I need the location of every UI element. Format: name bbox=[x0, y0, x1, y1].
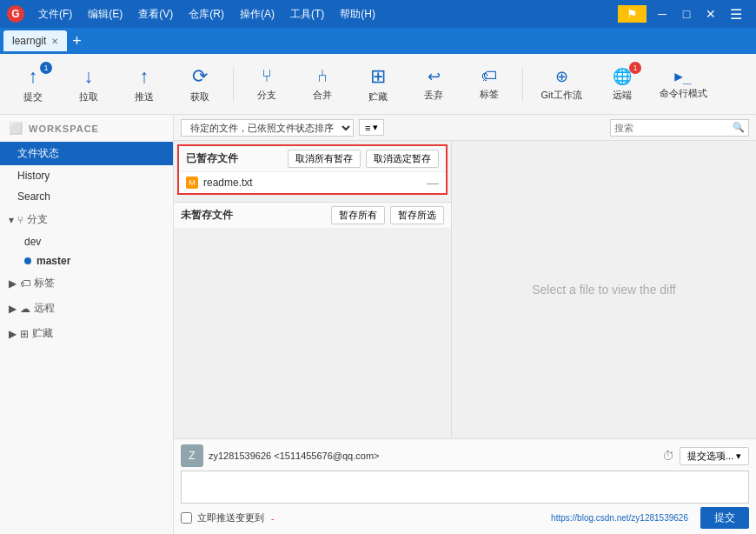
user-avatar: Z bbox=[181, 444, 203, 467]
menu-edit[interactable]: 编辑(E) bbox=[81, 5, 129, 23]
search-input[interactable] bbox=[614, 123, 733, 133]
menu-bar: 文件(F) 编辑(E) 查看(V) 仓库(R) 操作(A) 工具(T) 帮助(H… bbox=[31, 5, 382, 23]
file-remove-icon[interactable]: — bbox=[427, 176, 439, 190]
tab-learngit[interactable]: learngit ✕ bbox=[3, 30, 67, 51]
push-button[interactable]: ↑ 推送 bbox=[118, 58, 170, 110]
remote-badge: 1 bbox=[629, 62, 641, 74]
discard-icon: ↩ bbox=[428, 67, 441, 86]
merge-button[interactable]: ⑃ 合并 bbox=[296, 58, 348, 110]
branch-dev-label: dev bbox=[24, 236, 41, 248]
branch-master-label: master bbox=[36, 255, 70, 267]
commit-user-row: Z zy1281539626 <1511455676@qq.com> ⏱ 提交选… bbox=[181, 444, 749, 467]
maximize-button[interactable]: □ bbox=[674, 5, 699, 23]
push-label: 推送 bbox=[135, 90, 154, 103]
sidebar-item-history[interactable]: History bbox=[0, 165, 173, 186]
menu-action[interactable]: 操作(A) bbox=[233, 5, 282, 23]
stage-all-button[interactable]: 暂存所有 bbox=[331, 206, 385, 224]
pull-icon: ↓ bbox=[84, 65, 94, 88]
menu-tools[interactable]: 工具(T) bbox=[283, 5, 331, 23]
toolbar-sep-1 bbox=[233, 67, 234, 102]
remote-button[interactable]: 1 🌐 远端 bbox=[596, 58, 648, 110]
commit-badge: 1 bbox=[40, 62, 52, 74]
fetch-label: 获取 bbox=[190, 90, 209, 103]
sidebar-branch-dev[interactable]: dev bbox=[0, 232, 173, 251]
commit-icon: ↑ bbox=[29, 65, 38, 88]
commit-submit-button[interactable]: 提交 bbox=[700, 507, 749, 529]
sidebar-item-file-status[interactable]: 文件状态 bbox=[0, 142, 173, 165]
discard-button[interactable]: ↩ 丢弃 bbox=[408, 58, 460, 110]
split-pane: 已暂存文件 取消所有暂存 取消选定暂存 M readme.txt — 未暂存文件… bbox=[174, 141, 756, 438]
tag-button[interactable]: 🏷 标签 bbox=[463, 58, 515, 110]
gitflow-icon: ⊕ bbox=[555, 67, 568, 86]
discard-label: 丢弃 bbox=[424, 89, 443, 102]
menu-file[interactable]: 文件(F) bbox=[31, 5, 79, 23]
push-immediately-label: 立即推送变更到 bbox=[197, 511, 264, 524]
unstaged-section: 未暂存文件 暂存所有 暂存所选 bbox=[174, 202, 451, 229]
stage-selected-button[interactable]: 暂存所选 bbox=[390, 206, 444, 224]
sidebar-section-branches[interactable]: ▾ ⑂ 分支 bbox=[0, 207, 173, 232]
staged-files-box: 已暂存文件 取消所有暂存 取消选定暂存 M readme.txt — bbox=[177, 144, 448, 195]
minimize-button[interactable]: ─ bbox=[650, 5, 674, 23]
main-layout: ⬜ WORKSPACE 文件状态 History Search ▾ ⑂ 分支 d… bbox=[0, 115, 756, 534]
chevron-right-icon-3: ▶ bbox=[9, 328, 17, 340]
push-icon: ↑ bbox=[140, 65, 149, 88]
fetch-icon: ⟳ bbox=[192, 65, 208, 88]
sort-select[interactable]: 待定的文件，已依照文件状态排序 bbox=[181, 119, 354, 137]
push-immediately-checkbox[interactable] bbox=[181, 512, 192, 524]
diff-placeholder-text: Select a file to view the diff bbox=[532, 283, 676, 297]
commit-label: 提交 bbox=[23, 90, 43, 103]
dropdown-icon: ▾ bbox=[373, 122, 378, 133]
commit-bar: Z zy1281539626 <1511455676@qq.com> ⏱ 提交选… bbox=[174, 438, 756, 534]
stash-button[interactable]: ⊞ 贮藏 bbox=[352, 58, 404, 110]
pull-button[interactable]: ↓ 拉取 bbox=[63, 58, 115, 110]
sidebar-section-stash[interactable]: ▶ ⊞ 贮藏 bbox=[0, 321, 173, 346]
tag-icon: 🏷 bbox=[481, 67, 497, 85]
close-button[interactable]: ✕ bbox=[699, 5, 723, 23]
search-icon: 🔍 bbox=[733, 122, 745, 133]
commit-options-button[interactable]: 提交选项... ▾ bbox=[680, 447, 749, 465]
gitflow-button[interactable]: ⊕ Git工作流 bbox=[530, 58, 593, 110]
tag-label: 标签 bbox=[480, 88, 499, 101]
filter-view-btn[interactable]: ≡ ▾ bbox=[359, 119, 384, 136]
tab-label: learngit bbox=[12, 35, 46, 47]
chevron-down-icon: ▾ bbox=[9, 214, 14, 226]
menu-help[interactable]: 帮助(H) bbox=[333, 5, 382, 23]
branch-button[interactable]: ⑂ 分支 bbox=[241, 58, 293, 110]
options-dropdown-icon: ▾ bbox=[736, 451, 741, 462]
menu-view[interactable]: 查看(V) bbox=[131, 5, 180, 23]
branch-icon: ⑂ bbox=[262, 66, 272, 86]
terminal-button[interactable]: ▶_ 命令行模式 bbox=[652, 58, 714, 110]
staged-header: 已暂存文件 取消所有暂存 取消选定暂存 bbox=[179, 146, 446, 172]
sidebar-section-remote[interactable]: ▶ ☁ 远程 bbox=[0, 296, 173, 321]
unstaged-title: 未暂存文件 bbox=[181, 208, 326, 223]
flag-icon: ⚑ bbox=[618, 5, 647, 23]
merge-label: 合并 bbox=[313, 89, 332, 102]
workspace-icon: ⬜ bbox=[9, 122, 23, 135]
sidebar-section-tags[interactable]: ▶ 🏷 标签 bbox=[0, 270, 173, 296]
filter-bar: 待定的文件，已依照文件状态排序 ≡ ▾ 🔍 bbox=[174, 115, 756, 141]
hamburger-menu[interactable]: ☰ bbox=[723, 4, 749, 24]
remote-label: 远端 bbox=[613, 89, 632, 102]
cancel-selected-staged-button[interactable]: 取消选定暂存 bbox=[366, 150, 439, 168]
commit-button[interactable]: 1 ↑ 提交 bbox=[7, 58, 59, 110]
pull-label: 拉取 bbox=[79, 90, 98, 103]
tab-close-icon[interactable]: ✕ bbox=[51, 37, 58, 46]
tab-bar: learngit ✕ + bbox=[0, 28, 756, 54]
chevron-right-icon: ▶ bbox=[9, 277, 17, 290]
commit-message-textarea[interactable] bbox=[181, 471, 749, 504]
time-icon[interactable]: ⏱ bbox=[662, 449, 674, 463]
left-pane: 已暂存文件 取消所有暂存 取消选定暂存 M readme.txt — 未暂存文件… bbox=[174, 141, 452, 438]
sidebar-workspace-label: ⬜ WORKSPACE bbox=[0, 115, 173, 142]
sidebar-item-search[interactable]: Search bbox=[0, 186, 173, 207]
fetch-button[interactable]: ⟳ 获取 bbox=[174, 58, 226, 110]
menu-repo[interactable]: 仓库(R) bbox=[182, 5, 231, 23]
tab-add-button[interactable]: + bbox=[67, 32, 87, 50]
cancel-all-staged-button[interactable]: 取消所有暂存 bbox=[288, 150, 361, 168]
title-bar: G 文件(F) 编辑(E) 查看(V) 仓库(R) 操作(A) 工具(T) 帮助… bbox=[0, 0, 756, 28]
push-target-link[interactable]: - bbox=[271, 513, 275, 524]
branch-tree-icon: ⑂ bbox=[17, 214, 23, 226]
list-icon: ≡ bbox=[365, 123, 370, 133]
search-box: 🔍 bbox=[610, 119, 749, 137]
sidebar-branch-master[interactable]: master bbox=[0, 251, 173, 270]
staged-file-readme[interactable]: M readme.txt — bbox=[179, 172, 446, 193]
